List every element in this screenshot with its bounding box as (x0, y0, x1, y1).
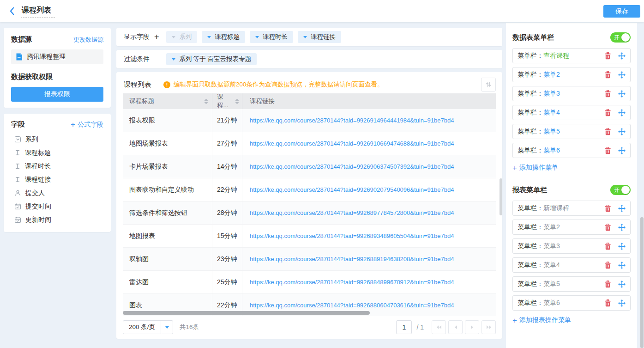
table-row[interactable]: 卡片场景报表 14分钟 https://ke.qq.com/course/287… (123, 155, 496, 178)
delete-icon[interactable] (604, 299, 611, 307)
menu-item[interactable]: 菜单栏： 菜单3 (512, 238, 631, 254)
table-row[interactable]: 地图报表 15分钟 https://ke.qq.com/course/28701… (123, 225, 496, 248)
menu-item[interactable]: 菜单栏： 菜单4 (512, 105, 631, 120)
menu-item-value[interactable]: 菜单2 (543, 71, 560, 79)
table-menu-toggle[interactable]: 开 (610, 32, 631, 43)
display-field-tag[interactable]: 系列 (166, 31, 197, 43)
field-item[interactable]: 课程标题 (11, 146, 103, 159)
menu-item-value[interactable]: 菜单4 (543, 261, 560, 269)
course-link[interactable]: https://ke.qq.com/course/2870144?taid=99… (250, 279, 454, 286)
filter-condition-tag[interactable]: 系列 等于 百宝云报表专题 (166, 53, 257, 65)
menu-item-value[interactable]: 菜单4 (543, 109, 560, 117)
move-icon[interactable] (618, 90, 626, 98)
field-item[interactable]: 课程链接 (11, 173, 103, 186)
sort-arrows-icon[interactable] (235, 98, 239, 104)
move-icon[interactable] (618, 243, 626, 250)
field-item[interactable]: 课程时长 (11, 159, 103, 173)
add-report-menu-link[interactable]: +添加报表操作菜单 (512, 316, 571, 324)
table-row[interactable]: 报表权限 21分钟 https://ke.qq.com/course/28701… (123, 109, 496, 132)
course-link[interactable]: https://ke.qq.com/course/2870144?taid=99… (250, 140, 454, 147)
course-link[interactable]: https://ke.qq.com/course/2870144?taid=99… (250, 163, 454, 170)
course-link[interactable]: https://ke.qq.com/course/2870144?taid=99… (250, 256, 454, 263)
delete-icon[interactable] (604, 262, 611, 269)
report-permission-button[interactable]: 报表权限 (11, 87, 103, 102)
menu-item[interactable]: 菜单栏： 菜单6 (512, 143, 631, 158)
menu-item-value[interactable]: 菜单6 (543, 299, 560, 307)
table-row[interactable]: 地图场景报表 27分钟 https://ke.qq.com/course/287… (123, 132, 496, 155)
move-icon[interactable] (618, 71, 626, 79)
course-link[interactable]: https://ke.qq.com/course/2870144?taid=99… (250, 302, 454, 309)
display-field-tag[interactable]: 课程链接 (298, 31, 341, 43)
move-icon[interactable] (618, 205, 626, 212)
display-field-tag[interactable]: 课程标题 (202, 31, 245, 43)
course-link[interactable]: https://ke.qq.com/course/2870144?taid=99… (250, 117, 454, 124)
delete-icon[interactable] (604, 128, 611, 135)
field-item[interactable]: 提交人 (11, 186, 103, 200)
move-icon[interactable] (618, 262, 626, 269)
last-page-button[interactable] (481, 320, 496, 334)
move-icon[interactable] (618, 299, 626, 307)
delete-icon[interactable] (604, 109, 611, 116)
page-number-input[interactable] (396, 320, 412, 334)
menu-item[interactable]: 菜单栏： 菜单4 (512, 257, 631, 273)
page-title[interactable]: 课程列表 (21, 5, 55, 18)
sort-arrows-icon[interactable] (204, 98, 208, 104)
column-header-course-title[interactable]: 课程标题 (123, 93, 212, 109)
menu-item-value[interactable]: 菜单5 (543, 128, 560, 136)
previous-page-button[interactable] (448, 320, 463, 334)
table-row[interactable]: 雷达图 25分钟 https://ke.qq.com/course/287014… (123, 271, 496, 294)
delete-icon[interactable] (604, 71, 611, 79)
move-icon[interactable] (618, 128, 626, 135)
table-row[interactable]: 图表联动和自定义联动 22分钟 https://ke.qq.com/course… (123, 178, 496, 201)
table-row[interactable]: 双轴图 23分钟 https://ke.qq.com/course/287014… (123, 248, 496, 271)
change-datasource-link[interactable]: 更改数据源 (73, 36, 103, 44)
table-row[interactable]: 筛选条件和筛选按钮 28分钟 https://ke.qq.com/course/… (123, 201, 496, 225)
menu-item-value[interactable]: 菜单5 (543, 280, 560, 288)
column-header-course-duration[interactable]: 课程... (212, 93, 242, 109)
field-item[interactable]: 更新时间 (11, 213, 103, 226)
add-display-field-button[interactable]: + (154, 33, 159, 41)
menu-item[interactable]: 菜单栏： 菜单2 (512, 67, 631, 82)
menu-item-value[interactable]: 菜单2 (543, 223, 560, 232)
move-icon[interactable] (618, 109, 626, 116)
table-horizontal-scrollbar[interactable] (123, 311, 370, 315)
delete-icon[interactable] (604, 52, 611, 60)
course-link[interactable]: https://ke.qq.com/course/2870144?taid=99… (250, 209, 454, 216)
menu-item[interactable]: 菜单栏： 菜单3 (512, 86, 631, 101)
menu-item-value[interactable]: 查看课程 (543, 52, 569, 60)
row-order-button[interactable] (481, 78, 496, 92)
menu-item-value[interactable]: 新增课程 (543, 204, 569, 213)
next-page-button[interactable] (465, 320, 479, 334)
window-scrollbar[interactable] (640, 217, 644, 348)
menu-item-value[interactable]: 菜单6 (543, 147, 560, 155)
move-icon[interactable] (618, 52, 626, 60)
delete-icon[interactable] (604, 90, 611, 98)
back-icon[interactable] (9, 7, 14, 15)
course-link[interactable]: https://ke.qq.com/course/2870144?taid=99… (250, 186, 454, 193)
delete-icon[interactable] (604, 224, 611, 231)
delete-icon[interactable] (604, 281, 611, 288)
first-page-button[interactable] (432, 320, 446, 334)
delete-icon[interactable] (604, 243, 611, 250)
report-menu-toggle[interactable]: 开 (610, 185, 631, 195)
add-formula-field-link[interactable]: +公式字段 (71, 121, 103, 129)
menu-item[interactable]: 菜单栏： 新增课程 (512, 201, 631, 216)
menu-item[interactable]: 菜单栏： 查看课程 (512, 48, 631, 63)
table-vertical-scrollbar[interactable] (500, 178, 502, 215)
field-item[interactable]: 提交时间 (11, 200, 103, 213)
page-size-select[interactable]: 200 条/页 (123, 320, 173, 334)
menu-item[interactable]: 菜单栏： 菜单5 (512, 124, 631, 139)
course-link[interactable]: https://ke.qq.com/course/2870144?taid=99… (250, 232, 454, 239)
menu-item-value[interactable]: 菜单3 (543, 242, 560, 250)
move-icon[interactable] (618, 281, 626, 288)
field-item[interactable]: 系列 (11, 133, 103, 146)
datasource-item[interactable]: 腾讯课程整理 (11, 49, 103, 64)
page-size-dropdown-icon[interactable] (161, 321, 173, 334)
delete-icon[interactable] (604, 205, 611, 212)
delete-icon[interactable] (604, 147, 611, 154)
display-field-tag[interactable]: 课程时长 (250, 31, 293, 43)
menu-item[interactable]: 菜单栏： 菜单2 (512, 220, 631, 235)
move-icon[interactable] (618, 147, 626, 154)
save-button[interactable]: 保存 (603, 5, 640, 18)
add-table-menu-link[interactable]: +添加操作菜单 (512, 164, 558, 172)
